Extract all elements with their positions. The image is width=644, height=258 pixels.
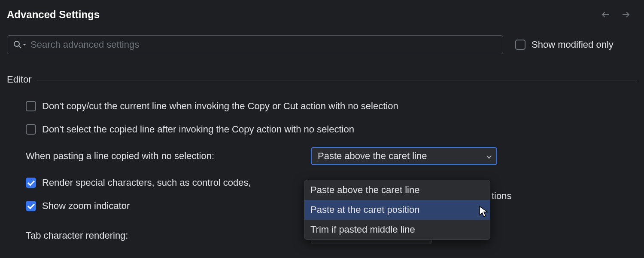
arrow-left-icon — [600, 10, 612, 19]
paste-behavior-value: Paste above the caret line — [318, 150, 427, 162]
paste-behavior-label: When pasting a line copied with no selec… — [26, 150, 305, 162]
dropdown-option-paste-above[interactable]: Paste above the caret line — [304, 180, 490, 200]
page-title: Advanced Settings — [7, 9, 100, 21]
show-modified-checkbox[interactable] — [515, 40, 526, 50]
arrow-right-icon — [620, 10, 632, 19]
no-select-copied-checkbox[interactable] — [26, 124, 36, 135]
search-icon — [13, 40, 26, 49]
setting-no-copy-cut: Don't copy/cut the current line when inv… — [26, 101, 637, 112]
search-input[interactable] — [30, 39, 497, 50]
chevron-down-icon — [23, 43, 26, 46]
dropdown-option-trim[interactable]: Trim if pasted middle line — [304, 220, 490, 240]
setting-paste-behavior: When pasting a line copied with no selec… — [26, 147, 637, 165]
no-select-copied-label: Don't select the copied line after invok… — [42, 124, 354, 135]
svg-point-0 — [14, 41, 19, 46]
chevron-down-icon — [486, 150, 492, 162]
tab-rendering-label: Tab character rendering: — [26, 230, 305, 241]
zoom-indicator-label: Show zoom indicator — [42, 200, 130, 212]
paste-behavior-dropdown: Paste above the caret line Paste at the … — [304, 180, 490, 240]
no-copy-cut-checkbox[interactable] — [26, 101, 36, 111]
show-modified-label: Show modified only — [532, 39, 614, 50]
no-copy-cut-label: Don't copy/cut the current line when inv… — [42, 101, 398, 112]
nav-arrows — [600, 10, 637, 19]
render-special-label: Render special characters, such as contr… — [42, 177, 251, 188]
search-box[interactable] — [7, 35, 503, 54]
render-special-checkbox[interactable] — [26, 178, 36, 188]
setting-no-select-copied: Don't select the copied line after invok… — [26, 124, 637, 135]
zoom-indicator-checkbox[interactable] — [26, 201, 36, 211]
paste-behavior-combobox[interactable]: Paste above the caret line — [311, 147, 497, 165]
render-special-label-overflow: tions — [492, 190, 511, 202]
forward-button[interactable] — [620, 10, 632, 19]
dropdown-option-paste-caret[interactable]: Paste at the caret position — [304, 200, 490, 220]
back-button[interactable] — [600, 10, 612, 19]
show-modified-row: Show modified only — [515, 39, 614, 50]
section-header-editor: Editor — [7, 74, 637, 85]
